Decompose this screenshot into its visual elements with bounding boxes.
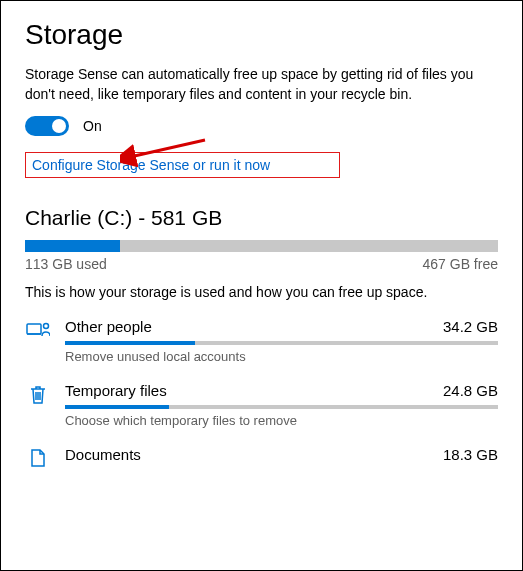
drive-free-label: 467 GB free — [423, 256, 499, 272]
category-bar — [65, 341, 498, 345]
category-temporary-files[interactable]: Temporary files 24.8 GB Choose which tem… — [25, 382, 498, 428]
drive-usage-bar — [25, 240, 498, 252]
configure-storage-sense-link[interactable]: Configure Storage Sense or run it now — [32, 157, 270, 173]
usage-description: This is how your storage is used and how… — [25, 284, 498, 300]
drive-usage-bar-fill — [25, 240, 120, 252]
category-other-people[interactable]: Other people 34.2 GB Remove unused local… — [25, 318, 498, 364]
document-icon — [25, 446, 51, 469]
people-icon — [25, 318, 51, 364]
page-title: Storage — [25, 19, 498, 51]
category-subtext: Remove unused local accounts — [65, 349, 498, 364]
svg-point-3 — [44, 324, 49, 329]
category-size: 24.8 GB — [443, 382, 498, 399]
storage-sense-toggle-row: On — [25, 116, 498, 136]
category-documents[interactable]: Documents 18.3 GB — [25, 446, 498, 469]
category-bar — [65, 405, 498, 409]
trash-icon — [25, 382, 51, 428]
drive-stats: 113 GB used 467 GB free — [25, 256, 498, 272]
storage-sense-toggle[interactable] — [25, 116, 69, 136]
svg-rect-1 — [27, 324, 41, 334]
drive-used-label: 113 GB used — [25, 256, 107, 272]
category-name: Documents — [65, 446, 141, 463]
category-size: 18.3 GB — [443, 446, 498, 463]
category-size: 34.2 GB — [443, 318, 498, 335]
category-name: Other people — [65, 318, 152, 335]
storage-sense-description: Storage Sense can automatically free up … — [25, 65, 498, 104]
category-name: Temporary files — [65, 382, 167, 399]
configure-link-highlight: Configure Storage Sense or run it now — [25, 152, 340, 178]
drive-title: Charlie (C:) - 581 GB — [25, 206, 498, 230]
category-subtext: Choose which temporary files to remove — [65, 413, 498, 428]
toggle-state-label: On — [83, 118, 102, 134]
